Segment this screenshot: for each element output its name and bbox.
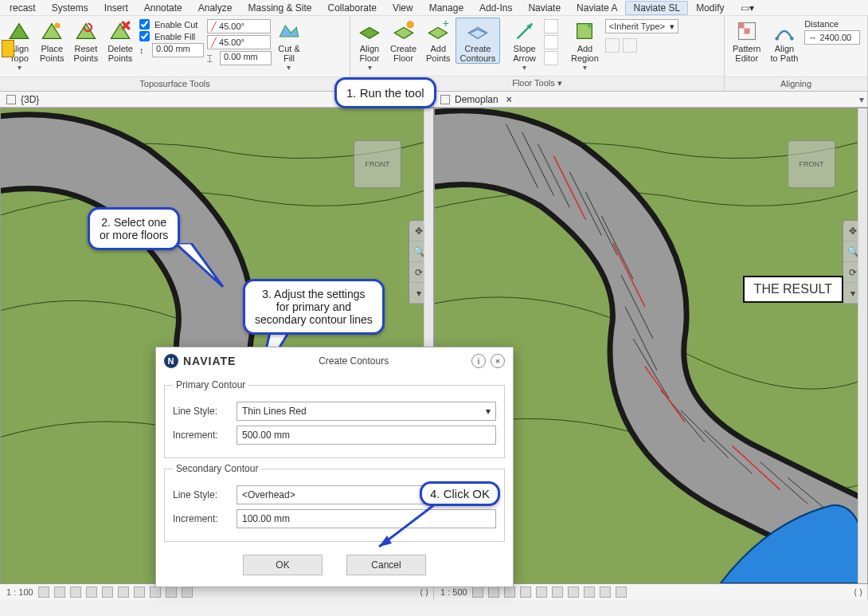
menu-item[interactable]: recast xyxy=(2,1,44,15)
region-tool-a[interactable] xyxy=(605,38,620,53)
inherit-type-select[interactable]: <Inherit Type>▾ xyxy=(605,19,678,33)
status-icon[interactable] xyxy=(102,587,113,598)
cut-angle-input[interactable]: ╱ 45.00° xyxy=(207,19,271,33)
status-icon[interactable] xyxy=(536,587,547,598)
createfloor-icon xyxy=(393,20,415,42)
menu-item[interactable]: Systems xyxy=(44,1,96,15)
scale-left[interactable]: 1 : 100 xyxy=(6,587,33,597)
offset2-input[interactable]: 0.00 mm xyxy=(220,51,272,65)
secondary-line-style-select[interactable]: <Overhead> 4. Click OK ▾ xyxy=(237,485,496,504)
pattern-editor-button[interactable]: Pattern Editor xyxy=(728,18,765,63)
reset-points-button[interactable]: Reset Points xyxy=(69,18,104,63)
add-region-button[interactable]: + Add Region ▾ xyxy=(566,18,604,72)
enable-cut-label: Enable Cut xyxy=(154,20,197,29)
alignfloor-icon xyxy=(358,20,381,42)
status-icon[interactable] xyxy=(166,587,177,598)
place-points-button[interactable]: Place Points xyxy=(35,18,69,63)
status-icon[interactable] xyxy=(54,587,65,598)
status-icon[interactable] xyxy=(488,587,499,598)
mini-tool-1[interactable] xyxy=(544,19,558,33)
side-badge xyxy=(2,40,14,57)
enable-cut-checkbox[interactable] xyxy=(139,19,150,29)
view-tab-right[interactable]: Demoplan xyxy=(455,94,499,105)
create-floor-button[interactable]: Create Floor xyxy=(385,18,421,63)
region-tool-b[interactable] xyxy=(623,38,637,53)
viewcube[interactable]: FRONT xyxy=(788,140,835,188)
ok-button[interactable]: OK xyxy=(243,555,323,575)
align-floor-button[interactable]: Align Floor ▾ xyxy=(354,18,385,72)
menu-item[interactable]: Naviate A xyxy=(569,1,625,15)
callout-1: 1. Run the tool xyxy=(334,77,436,108)
menu-item[interactable]: Manage xyxy=(421,1,471,15)
status-icon[interactable] xyxy=(150,587,161,598)
mini-tool-3[interactable] xyxy=(544,51,558,65)
menu-item[interactable]: Naviate xyxy=(520,1,569,15)
fill-angle-input[interactable]: ╱ 45.00° xyxy=(207,35,271,49)
status-icon[interactable] xyxy=(134,587,145,598)
status-icon[interactable] xyxy=(616,587,627,598)
cut-fill-options: Enable Cut Enable Fill ↕0.00 mm xyxy=(138,18,205,59)
menu-item[interactable]: Modify xyxy=(688,1,732,15)
status-icon[interactable] xyxy=(504,587,515,598)
topo-icon xyxy=(8,20,30,42)
scroll-handle[interactable]: ⟨ ⟩ xyxy=(420,587,428,598)
scroll-handle[interactable]: ⟨ ⟩ xyxy=(854,587,862,598)
add-points-button[interactable]: + Add Points xyxy=(421,18,456,63)
floor-mini-tools xyxy=(541,18,561,67)
create-contours-button[interactable]: Create Contours xyxy=(456,18,501,64)
primary-contour-group: Primary Contour Line Style: Thin Lines R… xyxy=(164,379,505,458)
svg-marker-7 xyxy=(360,27,378,38)
enable-fill-checkbox[interactable] xyxy=(139,31,150,41)
delete-points-button[interactable]: Delete Points xyxy=(103,18,138,63)
status-icon[interactable] xyxy=(520,587,531,598)
svg-rect-17 xyxy=(738,23,744,29)
dialog-brand: NNAVIATE xyxy=(164,354,236,368)
status-icon[interactable] xyxy=(552,587,563,598)
angle-options: ╱ 45.00° ╱ 45.00° ⌶0.00 mm xyxy=(205,18,273,67)
mini-tool-2[interactable] xyxy=(544,35,558,49)
increment-label: Increment: xyxy=(173,513,229,524)
distance-label: Distance xyxy=(804,19,860,29)
ribbon-group-label: Aligning xyxy=(725,77,867,91)
slope-arrow-button[interactable]: Slope Arrow ▾ xyxy=(508,18,541,72)
status-icon[interactable] xyxy=(182,587,193,598)
ribbon: Align Topo ▾ Place Points Reset Points D… xyxy=(0,16,868,92)
distance-input[interactable]: ↔ 2400.00 xyxy=(804,30,860,45)
menu-item[interactable]: Add-Ins xyxy=(471,1,520,15)
cancel-button[interactable]: Cancel xyxy=(346,555,426,575)
view-tab-left[interactable]: {3D} xyxy=(21,94,39,105)
create-contours-dialog: NNAVIATE Create Contours i × Primary Con… xyxy=(155,347,514,587)
menu-extra-icon[interactable]: ▭▾ xyxy=(733,1,762,15)
viewcube[interactable]: FRONT xyxy=(354,140,401,188)
svg-text:+: + xyxy=(443,20,449,29)
status-icon[interactable] xyxy=(70,587,81,598)
menu-item[interactable]: Massing & Site xyxy=(240,1,319,15)
close-tab-button[interactable]: × xyxy=(503,94,515,105)
status-icon[interactable] xyxy=(472,587,483,598)
menu-item-active[interactable]: Naviate SL xyxy=(625,1,688,15)
dialog-help-button[interactable]: i xyxy=(471,354,486,368)
menu-item[interactable]: Analyze xyxy=(190,1,240,15)
primary-line-style-select[interactable]: Thin Lines Red▾ xyxy=(237,402,496,421)
primary-increment-input[interactable]: 500.00 mm xyxy=(237,426,496,445)
align-to-path-button[interactable]: Align to Path xyxy=(765,18,803,63)
offset1-input[interactable]: 0.00 mm xyxy=(152,43,204,57)
view-dropdown[interactable]: ▾ xyxy=(859,94,864,105)
status-icon[interactable] xyxy=(38,587,49,598)
status-icon[interactable] xyxy=(86,587,97,598)
menu-item[interactable]: Insert xyxy=(96,1,136,15)
scale-right[interactable]: 1 : 500 xyxy=(440,587,467,597)
status-icon[interactable] xyxy=(568,587,579,598)
dialog-close-button[interactable]: × xyxy=(491,354,505,368)
menu-item[interactable]: View xyxy=(385,1,421,15)
scrollbar-vertical[interactable] xyxy=(858,108,867,583)
status-icon[interactable] xyxy=(584,587,595,598)
status-icon[interactable] xyxy=(600,587,611,598)
menu-item[interactable]: Annotate xyxy=(136,1,190,15)
status-icon[interactable] xyxy=(118,587,129,598)
svg-text:+: + xyxy=(587,20,593,32)
secondary-contour-group: Secondary Contour Line Style: <Overhead>… xyxy=(164,463,505,542)
secondary-increment-input[interactable]: 100.00 mm xyxy=(237,509,496,528)
cut-and-fill-button[interactable]: Cut & Fill ▾ xyxy=(273,18,305,72)
menu-item[interactable]: Collaborate xyxy=(320,1,385,15)
